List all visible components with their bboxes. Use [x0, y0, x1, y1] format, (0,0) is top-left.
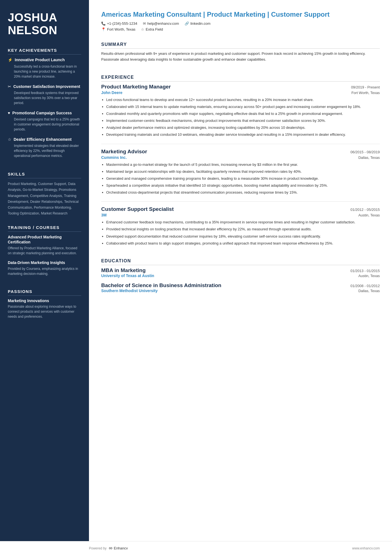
bullet-2-4: Spearheaded a competitive analysis initi…	[106, 183, 380, 188]
training-desc-2: Provided by Coursera, emphasizing analyt…	[8, 266, 81, 276]
bullet-3-3: Developed support documentation that red…	[106, 234, 380, 239]
bullet-2-2: Maintained large account relationships w…	[106, 169, 380, 174]
experience-section: EXPERIENCE Product Marketing Manager 09/…	[101, 75, 380, 252]
email-contact: ✉ help@enhancv.com	[143, 21, 179, 26]
candidate-name: JOSHUA NELSON	[8, 11, 81, 37]
sidebar: JOSHUA NELSON KEY ACHIEVEMENTS ⚡ Innovat…	[0, 0, 89, 541]
contact-row-2: 📍 Fort Worth, Texas ☆ Extra Field	[101, 27, 380, 31]
education-section-title: EDUCATION	[101, 258, 380, 265]
education-section: EDUCATION MBA in Marketing 01/2013 - 01/…	[101, 258, 380, 297]
bullet-1-6: Developed training materials and conduct…	[106, 132, 380, 137]
passions-section: PASSIONS Marketing Innovations Passionat…	[8, 289, 81, 322]
job-company-2: Cummins Inc.	[101, 155, 127, 160]
location-icon: 📍	[101, 27, 106, 31]
job-dates-3: 01/2012 - 05/2015	[350, 208, 380, 212]
lightning-icon: ⚡	[8, 58, 13, 62]
passion-item-1: Marketing Innovations Passionate about e…	[8, 299, 81, 319]
achievement-item-1: ⚡ Innovative Product Launch Successfully…	[8, 57, 81, 79]
training-name-1: Advanced Product Marketing Certification	[8, 235, 81, 245]
star-outline-icon: ☆	[141, 27, 144, 31]
edu-school-2: Southern Methodist University	[101, 288, 158, 293]
contact-row-1: 📞 +1-(234)-555-1234 ✉ help@enhancv.com 🔗…	[101, 21, 380, 26]
resume-header: Americas Marketing Consultant | Product …	[101, 10, 380, 37]
bullet-1-2: Collaborated with 15 internal teams to u…	[106, 104, 380, 110]
achievement-title-1: Innovative Product Launch	[15, 57, 65, 62]
summary-section-title: SUMMARY	[101, 42, 380, 49]
summary-section: SUMMARY Results-driven professional with…	[101, 42, 380, 69]
bullet-2-3: Generated and managed comprehensive trai…	[106, 176, 380, 181]
job-bullets-1: Led cross-functional teams to develop an…	[101, 97, 380, 138]
scissors-icon: ✂	[8, 84, 11, 89]
job-company-3: 3M	[101, 213, 106, 217]
footer-website: www.enhancv.com	[352, 546, 380, 550]
skills-title: SKILLS	[8, 172, 81, 178]
phone-contact: 📞 +1-(234)-555-1234	[101, 21, 137, 26]
edu-location-2: Dallas, Texas	[358, 289, 380, 293]
powered-by-text: Powered by	[89, 546, 106, 550]
enhancv-logo: ∞ Enhancv	[109, 545, 128, 551]
edu-dates-2: 01/2008 - 01/2012	[350, 284, 380, 288]
achievement-title-3: Promotional Campaign Success	[12, 110, 72, 115]
edu-school-1: University of Texas at Austin	[101, 273, 154, 278]
edu-degree-2: Bachelor of Science in Business Administ…	[101, 282, 221, 288]
achievement-item-3: ♥ Promotional Campaign Success Devised c…	[8, 110, 81, 132]
experience-section-title: EXPERIENCE	[101, 75, 380, 82]
achievement-desc-2: Developed feedback systems that improved…	[8, 90, 81, 105]
edu-degree-1: MBA in Marketing	[101, 267, 146, 273]
bullet-3-4: Collaborated with product teams to align…	[106, 241, 380, 246]
key-achievements-title: KEY ACHIEVEMENTS	[8, 48, 81, 55]
email-icon: ✉	[143, 21, 146, 26]
passion-desc-1: Passionate about exploring innovative wa…	[8, 304, 81, 319]
achievement-desc-3: Devised campaigns that led to a 25% grow…	[8, 117, 81, 132]
achievement-item-2: ✂ Customer Satisfaction Improvement Deve…	[8, 84, 81, 105]
training-desc-1: Offered by Product Marketing Alliance, f…	[8, 246, 81, 256]
edu-dates-1: 01/2013 - 01/2015	[350, 269, 380, 273]
footer-left: Powered by ∞ Enhancv	[89, 545, 128, 551]
bullet-1-3: Coordinated monthly and quarterly promot…	[106, 111, 380, 117]
job-bullets-3: Enhanced customer feedback loop mechanis…	[101, 219, 380, 246]
bullet-1-1: Led cross-functional teams to develop an…	[106, 97, 380, 103]
job-location-2: Dallas, Texas	[358, 156, 380, 160]
job-2: Marketing Advisor 06/2015 - 08/2019 Cumm…	[101, 149, 380, 196]
job-3: Customer Support Specialist 01/2012 - 05…	[101, 206, 380, 246]
bullet-1-4: Implemented customer-centric feedback me…	[106, 118, 380, 124]
job-1: Product Marketing Manager 09/2019 - Pres…	[101, 84, 380, 138]
achievement-item-4: ☆ Dealer Efficiency Enhancement Implemen…	[8, 137, 81, 158]
linkedin-icon: 🔗	[185, 21, 189, 26]
achievement-title-4: Dealer Efficiency Enhancement	[14, 137, 72, 142]
achievement-title-2: Customer Satisfaction Improvement	[13, 84, 80, 89]
job-location-1: Fort Worth, Texas	[351, 91, 380, 95]
edu-location-1: Austin, Texas	[358, 274, 380, 278]
bullet-3-2: Provided technical insights on tooling p…	[106, 226, 380, 232]
summary-text: Results-driven professional with 9+ year…	[101, 51, 380, 63]
bullet-3-1: Enhanced customer feedback loop mechanis…	[106, 219, 380, 225]
edu-item-2: Bachelor of Science in Business Administ…	[101, 282, 380, 293]
job-bullets-2: Masterminded a go-to-market strategy for…	[101, 162, 380, 196]
edu-item-1: MBA in Marketing 01/2013 - 01/2015 Unive…	[101, 267, 380, 278]
training-section: TRAINING / COURSES Advanced Product Mark…	[8, 225, 81, 281]
training-item-2: Data-Driven Marketing Insights Provided …	[8, 260, 81, 276]
phone-icon: 📞	[101, 21, 106, 26]
bullet-2-5: Orchestrated cross-departmental projects…	[106, 190, 380, 195]
training-item-1: Advanced Product Marketing Certification…	[8, 235, 81, 256]
heart-icon: ♥	[8, 111, 10, 115]
passions-title: PASSIONS	[8, 289, 81, 296]
job-title-3: Customer Support Specialist	[101, 206, 174, 212]
bullet-2-1: Masterminded a go-to-market strategy for…	[106, 162, 380, 167]
skills-section: SKILLS Product Marketing, Customer Suppo…	[8, 172, 81, 217]
achievement-desc-4: Implemented strategies that elevated dea…	[8, 143, 81, 158]
job-company-1: John Deere	[101, 90, 122, 95]
job-title-1: Product Marketing Manager	[101, 84, 171, 90]
star-icon: ☆	[8, 137, 11, 142]
key-achievements-section: KEY ACHIEVEMENTS ⚡ Innovative Product La…	[8, 48, 81, 163]
training-name-2: Data-Driven Marketing Insights	[8, 260, 81, 265]
job-dates-1: 09/2019 - Present	[351, 85, 380, 89]
job-title-2: Marketing Advisor	[101, 149, 147, 155]
main-content: Americas Marketing Consultant | Product …	[89, 0, 392, 541]
job-dates-2: 06/2015 - 08/2019	[350, 150, 380, 154]
extra-field-contact: ☆ Extra Field	[141, 27, 163, 31]
job-title-header: Americas Marketing Consultant | Product …	[101, 10, 380, 19]
linkedin-contact: 🔗 linkedin.com	[185, 21, 210, 26]
training-title: TRAINING / COURSES	[8, 225, 81, 232]
bullet-1-5: Analyzed dealer performance metrics and …	[106, 125, 380, 130]
